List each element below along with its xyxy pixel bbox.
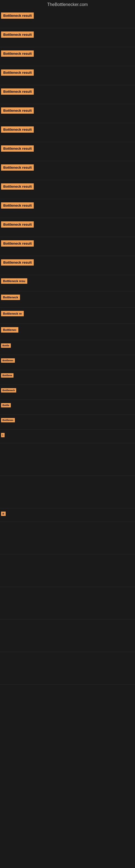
list-item <box>0 587 135 620</box>
items-container: Bottleneck resultBottleneck resultBottle… <box>0 9 135 685</box>
bottleneck-badge[interactable]: B <box>1 512 6 516</box>
list-item <box>0 554 135 587</box>
bottleneck-badge[interactable]: Bottlene <box>1 373 13 378</box>
list-item: Bottleneck result <box>0 161 135 180</box>
list-item: Bottle <box>0 340 135 355</box>
list-item: Bottleneck result <box>0 66 135 85</box>
bottleneck-badge[interactable]: Bottleneck result <box>1 221 34 227</box>
bottleneck-badge[interactable]: Bottleneck result <box>1 126 34 133</box>
list-item: Bottleneck result <box>0 123 135 142</box>
site-title: TheBottlenecker.com <box>0 0 135 9</box>
bottleneck-badge[interactable]: Bottleneck result <box>1 145 34 152</box>
bottleneck-badge[interactable]: Bottlenec <box>1 418 15 422</box>
bottleneck-badge[interactable]: Bottleneck result <box>1 69 34 76</box>
list-item: Bottleneck resu <box>0 275 135 291</box>
bottleneck-badge[interactable]: Bottlenec <box>1 327 18 333</box>
bottleneck-badge[interactable]: Bottle <box>1 403 11 407</box>
list-item: Bottleneck result <box>0 142 135 161</box>
list-item <box>0 443 135 476</box>
bottleneck-badge[interactable]: Bottleneck result <box>1 183 34 190</box>
list-item: Bottleneck result <box>0 218 135 237</box>
bottleneck-badge[interactable]: Bottleneck resu <box>1 278 27 284</box>
bottleneck-badge[interactable]: I <box>1 433 5 437</box>
list-item: Bottle <box>0 400 135 415</box>
bottleneck-badge[interactable]: Bottleneck result <box>1 164 34 170</box>
list-item: Bottleneck result <box>0 47 135 66</box>
list-item: Bottleneck re <box>0 308 135 324</box>
list-item: Bottleneck result <box>0 104 135 123</box>
list-item <box>0 522 135 554</box>
list-item <box>0 620 135 652</box>
bottleneck-badge[interactable]: Bottleneck result <box>1 259 34 266</box>
list-item: Bottleneck result <box>0 28 135 47</box>
list-item: Bottlenec <box>0 415 135 430</box>
bottleneck-badge[interactable]: Bottleneck <box>1 388 16 393</box>
list-item: Bottleneck result <box>0 85 135 104</box>
bottleneck-badge[interactable]: Bottleneck result <box>1 51 34 57</box>
list-item: Bottleneck <box>0 291 135 308</box>
list-item: Bottleneck result <box>0 237 135 256</box>
site-header: TheBottlenecker.com <box>0 0 135 9</box>
bottleneck-badge[interactable]: Bottleneck result <box>1 88 34 95</box>
list-item: Bottlenec <box>0 324 135 340</box>
bottleneck-badge[interactable]: Bottleneck result <box>1 12 34 19</box>
bottleneck-badge[interactable]: Bottleneck result <box>1 203 34 209</box>
bottleneck-badge[interactable]: Bottleneck result <box>1 31 34 38</box>
bottleneck-badge[interactable]: Bottleneck result <box>1 240 34 247</box>
list-item: Bottleneck result <box>0 199 135 218</box>
list-item <box>0 652 135 685</box>
bottleneck-badge[interactable]: Bottleneck result <box>1 107 34 114</box>
bottleneck-badge[interactable]: Bottlenec <box>1 358 15 363</box>
bottleneck-badge[interactable]: Bottleneck <box>1 294 20 300</box>
bottleneck-badge[interactable]: Bottle <box>1 343 11 348</box>
list-item <box>0 476 135 508</box>
bottleneck-badge[interactable]: Bottleneck re <box>1 311 24 316</box>
list-item: Bottleneck result <box>0 9 135 28</box>
list-item: Bottlene <box>0 370 135 385</box>
list-item: Bottleneck result <box>0 180 135 199</box>
list-item: B <box>0 508 135 522</box>
list-item: Bottleneck result <box>0 256 135 275</box>
list-item: I <box>0 430 135 443</box>
list-item: Bottleneck <box>0 385 135 400</box>
list-item: Bottlenec <box>0 355 135 370</box>
